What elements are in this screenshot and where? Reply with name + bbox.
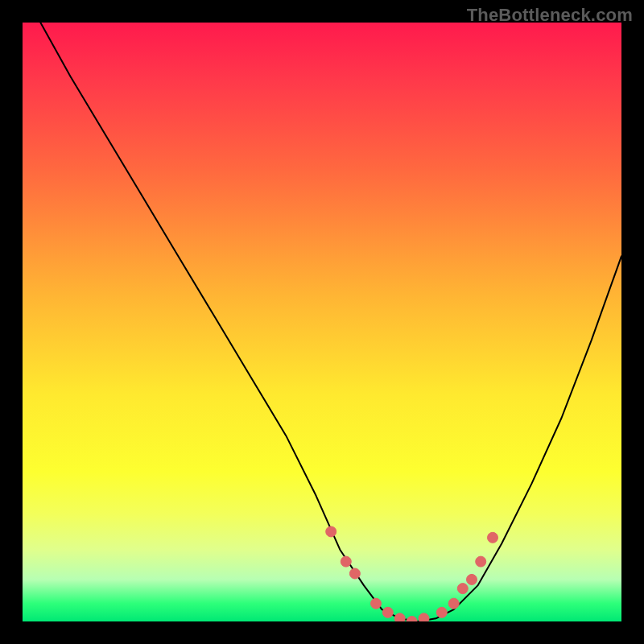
dot bbox=[419, 613, 429, 621]
watermark-text: TheBottleneck.com bbox=[467, 5, 633, 26]
dot bbox=[326, 526, 336, 537]
dot bbox=[349, 568, 360, 579]
dot bbox=[488, 532, 498, 543]
dot bbox=[476, 556, 486, 567]
dot bbox=[448, 598, 459, 609]
dot bbox=[382, 607, 393, 617]
highlight-dots bbox=[326, 526, 498, 621]
chart-frame: TheBottleneck.com bbox=[0, 0, 644, 644]
chart-svg bbox=[23, 23, 621, 621]
dot bbox=[371, 598, 382, 609]
plot-area bbox=[23, 23, 621, 621]
dot bbox=[341, 556, 351, 567]
dot bbox=[436, 607, 447, 617]
dot bbox=[467, 574, 477, 584]
dot bbox=[457, 584, 468, 594]
dot bbox=[394, 613, 405, 621]
dot bbox=[407, 617, 417, 622]
